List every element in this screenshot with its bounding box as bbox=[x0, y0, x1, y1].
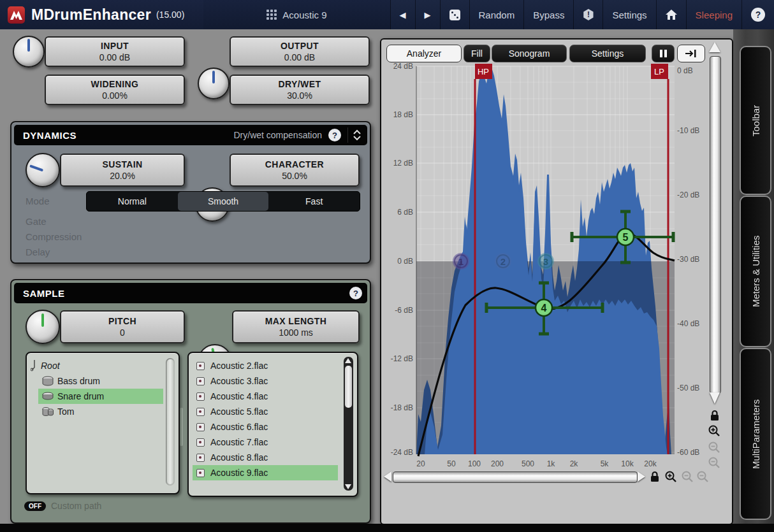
help-button[interactable]: ? bbox=[742, 0, 774, 29]
file-item[interactable]: Acoustic 4.flac bbox=[193, 389, 357, 404]
sidetab-multiparameters[interactable]: MultiParameters bbox=[740, 348, 771, 520]
widening-value[interactable]: WIDENING 0.00% bbox=[45, 75, 185, 105]
sustain-knob[interactable] bbox=[26, 153, 60, 187]
custom-path-toggle[interactable]: OFF bbox=[24, 501, 46, 511]
left-scale-label: -12 dB bbox=[384, 354, 413, 363]
snare-drum-icon bbox=[42, 392, 54, 401]
sidetab-toolbar[interactable]: Toolbar bbox=[740, 46, 771, 195]
scroll-down-icon[interactable] bbox=[345, 484, 351, 489]
zoom-out-icon[interactable] bbox=[696, 470, 709, 483]
scroll-left-arrow[interactable] bbox=[384, 471, 391, 482]
mode-normal-button[interactable]: Normal bbox=[87, 192, 178, 211]
sample-panel: SAMPLE ? PITCH 0 MAX LENGTH 1000 ms Root bbox=[10, 279, 371, 524]
drywet-value[interactable]: DRY/WET 30.0% bbox=[230, 75, 370, 105]
lock-icon[interactable] bbox=[709, 410, 720, 421]
max-length-value[interactable]: MAX LENGTH 1000 ms bbox=[232, 310, 360, 343]
right-scale-label: 0 dB bbox=[677, 66, 693, 75]
output-value[interactable]: OUTPUT 0.00 dB bbox=[230, 36, 370, 67]
preset-selector[interactable]: Acoustic 9 bbox=[203, 0, 390, 29]
next-preset-button[interactable]: ▶ bbox=[416, 0, 440, 29]
right-scale-label: -40 dB bbox=[677, 319, 699, 328]
input-value[interactable]: INPUT 0.00 dB bbox=[45, 36, 185, 67]
file-item[interactable]: Acoustic 2.flac bbox=[193, 358, 357, 373]
prev-icon: ◀ bbox=[400, 10, 406, 20]
zoom-in-icon[interactable] bbox=[664, 470, 677, 483]
settings-button[interactable]: Settings bbox=[603, 0, 655, 29]
svg-text:4: 4 bbox=[541, 303, 547, 313]
pitch-knob[interactable] bbox=[26, 310, 60, 344]
bass-drum-icon bbox=[42, 376, 54, 386]
horizontal-range-slider[interactable] bbox=[393, 471, 638, 483]
bypass-button[interactable]: Bypass bbox=[524, 0, 573, 29]
collapse-icon[interactable] bbox=[353, 129, 361, 141]
zoom-out-icon[interactable] bbox=[708, 456, 720, 469]
tree-branch-icon bbox=[31, 360, 38, 371]
preset-name: Acoustic 9 bbox=[282, 10, 326, 20]
randomize-button[interactable] bbox=[441, 0, 469, 29]
random-button[interactable]: Random bbox=[470, 0, 524, 29]
freq-label: 20k bbox=[638, 459, 663, 468]
top-bar: MDrumEnhancer (15.00) Acoustic 9 ◀ ▶ Ran… bbox=[0, 0, 774, 29]
freq-label: 500 bbox=[515, 459, 541, 468]
zoom-out-icon[interactable] bbox=[708, 441, 720, 454]
file-scroll-thumb[interactable] bbox=[345, 366, 352, 408]
app-version: (15.00) bbox=[156, 10, 184, 20]
scale-down-arrow[interactable] bbox=[710, 392, 720, 404]
input-knob[interactable] bbox=[13, 36, 45, 68]
eq-point-2[interactable]: 2 bbox=[495, 253, 511, 270]
output-knob[interactable] bbox=[198, 68, 230, 99]
melda-logo-icon[interactable] bbox=[8, 6, 25, 24]
right-scale-label: -50 dB bbox=[677, 384, 699, 392]
file-item[interactable]: Acoustic 5.flac bbox=[193, 404, 357, 419]
zoom-in-icon[interactable] bbox=[708, 424, 720, 437]
left-scale-label: 18 dB bbox=[384, 110, 413, 119]
help-icon: ? bbox=[751, 8, 765, 22]
dynamics-help-icon[interactable]: ? bbox=[328, 129, 341, 141]
file-item[interactable]: Acoustic 8.flac bbox=[193, 450, 357, 465]
eq-point-3[interactable]: 3 bbox=[537, 253, 554, 270]
file-icon bbox=[196, 454, 205, 462]
sidetab-meters-utilities[interactable]: Meters & Utilities bbox=[740, 196, 771, 347]
pitch-value[interactable]: PITCH 0 bbox=[60, 310, 185, 343]
zoom-out-icon[interactable] bbox=[681, 470, 694, 483]
scroll-up-icon[interactable] bbox=[345, 358, 351, 363]
freq-label: 100 bbox=[462, 459, 487, 468]
tree-root[interactable]: Root bbox=[27, 358, 179, 373]
dynamics-title: DYNAMICS bbox=[23, 130, 77, 141]
splitter-handle[interactable] bbox=[180, 408, 183, 446]
custom-path-label: Custom path bbox=[51, 501, 101, 511]
preset-grid-icon bbox=[267, 10, 277, 20]
file-item[interactable]: Acoustic 7.flac bbox=[193, 435, 357, 450]
file-item-selected[interactable]: Acoustic 9.flac bbox=[193, 465, 338, 480]
dynamics-panel: DYNAMICS Dry/wet compensation ? SUSTAIN … bbox=[10, 121, 371, 264]
scroll-right-arrow[interactable] bbox=[638, 471, 645, 482]
scale-up-arrow[interactable] bbox=[709, 42, 720, 52]
lock-icon[interactable] bbox=[649, 471, 661, 482]
vertical-range-slider[interactable] bbox=[710, 56, 721, 394]
file-item[interactable]: Acoustic 6.flac bbox=[193, 419, 357, 435]
drywet-compensation-option[interactable]: Dry/wet compensation bbox=[233, 130, 322, 140]
limiter-alert-button[interactable]: ! bbox=[574, 0, 602, 29]
file-icon bbox=[196, 469, 205, 477]
alert-icon: ! bbox=[583, 9, 594, 20]
eq-point-1[interactable]: 1 bbox=[453, 253, 469, 270]
tree-scrollbar[interactable] bbox=[166, 358, 175, 485]
tree-item-bass-drum[interactable]: Bass drum bbox=[38, 373, 163, 389]
previous-preset-button[interactable]: ◀ bbox=[391, 0, 415, 29]
sustain-value[interactable]: SUSTAIN 20.0% bbox=[60, 154, 185, 187]
mode-smooth-button[interactable]: Smooth bbox=[178, 192, 269, 211]
sample-help-icon[interactable]: ? bbox=[349, 287, 362, 299]
file-item[interactable]: Acoustic 3.flac bbox=[193, 373, 357, 389]
svg-text:1: 1 bbox=[458, 256, 464, 267]
home-button[interactable] bbox=[657, 0, 686, 29]
character-value[interactable]: CHARACTER 50.0% bbox=[230, 154, 360, 187]
left-scale-label: 0 dB bbox=[384, 257, 413, 266]
right-scale-label: -30 dB bbox=[677, 255, 699, 264]
file-scrollbar[interactable] bbox=[344, 357, 353, 491]
sleeping-indicator[interactable]: Sleeping bbox=[687, 0, 741, 29]
mode-fast-button[interactable]: Fast bbox=[268, 192, 360, 211]
tree-item-snare-drum[interactable]: Snare drum bbox=[38, 389, 163, 404]
tree-item-tom[interactable]: Tom bbox=[38, 404, 163, 419]
left-scale-label: 24 dB bbox=[384, 62, 413, 71]
tom-icon bbox=[42, 406, 54, 417]
